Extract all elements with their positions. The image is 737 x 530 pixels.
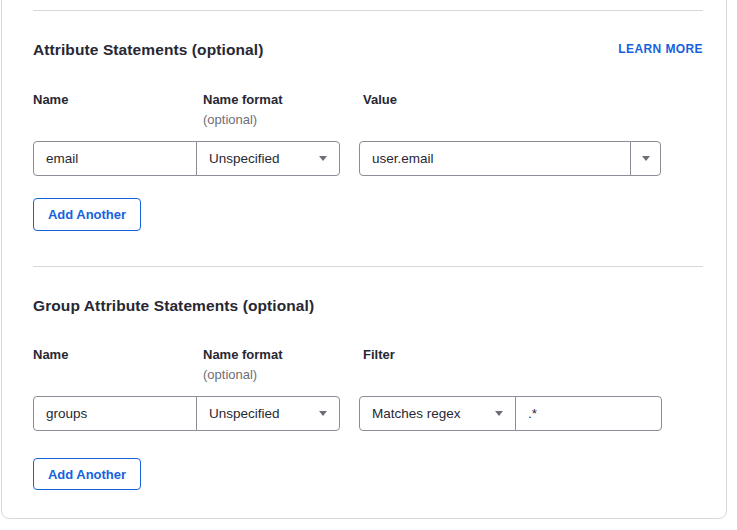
attribute-name-format-select[interactable]: Unspecified [196,141,340,176]
saml-settings-page: Attribute Statements (optional) LEARN MO… [0,0,737,530]
settings-panel [1,0,727,519]
attribute-name-input[interactable] [33,141,197,176]
group-attribute-statements-title: Group Attribute Statements (optional) [33,297,314,315]
column-header-name-format: Name format [203,347,282,362]
chevron-down-icon [495,411,503,416]
column-header-name: Name [33,347,68,362]
column-header-name-format-optional: (optional) [203,367,257,382]
column-header-name-format-optional: (optional) [203,112,257,127]
attribute-name-format-selected: Unspecified [209,151,280,166]
group-attribute-name-format-select[interactable]: Unspecified [196,396,340,431]
group-filter-type-selected: Matches regex [372,406,461,421]
column-header-name: Name [33,92,68,107]
attribute-value-dropdown-button[interactable] [630,141,661,176]
group-attribute-name-format-selected: Unspecified [209,406,280,421]
learn-more-link[interactable]: LEARN MORE [618,42,703,56]
column-header-value: Value [363,92,397,107]
section-divider-top [33,10,703,11]
chevron-down-icon [642,156,650,161]
section-divider-middle [33,266,703,267]
chevron-down-icon [319,411,327,416]
add-another-group-attribute-button[interactable]: Add Another [33,458,141,490]
attribute-statements-title: Attribute Statements (optional) [33,41,263,59]
column-header-name-format: Name format [203,92,282,107]
group-filter-value-input[interactable] [515,396,662,431]
attribute-value-input[interactable] [359,141,631,176]
column-header-filter: Filter [363,347,395,362]
add-another-attribute-button[interactable]: Add Another [33,198,141,231]
group-attribute-name-input[interactable] [33,396,197,431]
group-filter-type-select[interactable]: Matches regex [359,396,516,431]
chevron-down-icon [319,156,327,161]
